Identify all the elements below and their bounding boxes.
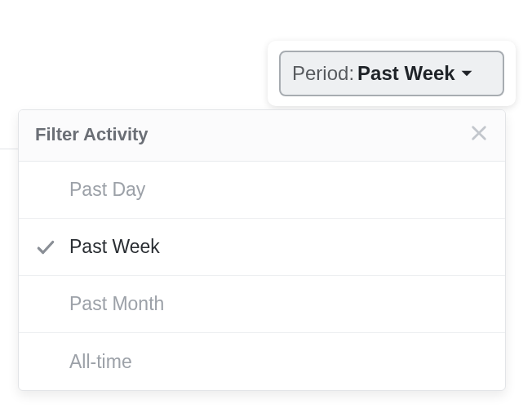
option-label: All-time — [69, 351, 132, 373]
filter-option[interactable]: Past Week — [19, 219, 505, 276]
filter-activity-panel: Filter Activity Past DayPast WeekPast Mo… — [18, 109, 506, 391]
caret-down-icon — [460, 69, 473, 78]
option-label: Past Day — [69, 179, 145, 201]
close-button[interactable] — [468, 123, 490, 146]
filter-option[interactable]: All-time — [19, 333, 505, 390]
close-icon — [470, 124, 488, 145]
period-dropdown-button[interactable]: Period: Past Week — [279, 51, 504, 96]
panel-header: Filter Activity — [19, 110, 505, 162]
check-icon — [35, 237, 69, 258]
period-value: Past Week — [357, 62, 455, 85]
period-selector-container: Period: Past Week — [268, 41, 516, 106]
option-label: Past Week — [69, 236, 160, 258]
period-label: Period: — [292, 62, 354, 85]
option-label: Past Month — [69, 293, 164, 315]
filter-option[interactable]: Past Month — [19, 276, 505, 333]
panel-title: Filter Activity — [35, 124, 149, 145]
options-list: Past DayPast WeekPast MonthAll-time — [19, 162, 505, 390]
filter-option[interactable]: Past Day — [19, 162, 505, 219]
